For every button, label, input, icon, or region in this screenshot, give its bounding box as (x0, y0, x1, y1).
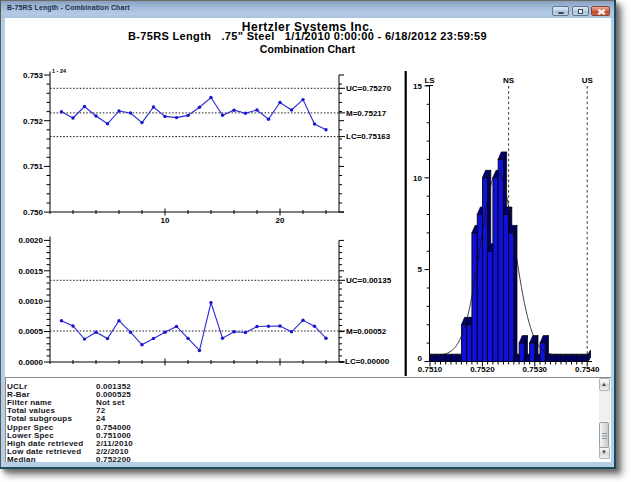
svg-text:M=0.75217: M=0.75217 (346, 109, 387, 118)
svg-text:5: 5 (418, 265, 423, 274)
svg-text:10: 10 (161, 216, 170, 225)
svg-text:0.7540: 0.7540 (575, 365, 600, 374)
svg-text:0.0010: 0.0010 (19, 297, 44, 306)
svg-text:UC=0.00135: UC=0.00135 (346, 276, 392, 285)
svg-text:0.0015: 0.0015 (19, 267, 44, 276)
svg-text:0: 0 (418, 354, 423, 363)
svg-text:0.7530: 0.7530 (523, 365, 548, 374)
svg-text:M=0.00052: M=0.00052 (346, 327, 387, 336)
svg-text:15: 15 (413, 82, 422, 91)
svg-text:0.752: 0.752 (23, 117, 44, 126)
svg-text:LS: LS (424, 76, 435, 85)
svg-text:0.7510: 0.7510 (418, 365, 443, 374)
svg-text:UC=0.75270: UC=0.75270 (346, 84, 392, 93)
svg-text:0.753: 0.753 (23, 71, 44, 80)
svg-text:LC=0.75163: LC=0.75163 (346, 132, 391, 141)
svg-text:1 - 24: 1 - 24 (52, 68, 67, 74)
svg-text:0.750: 0.750 (23, 208, 44, 217)
svg-text:0.0020: 0.0020 (19, 236, 44, 245)
svg-text:LC=0.00000: LC=0.00000 (345, 357, 390, 366)
svg-text:20: 20 (276, 216, 285, 225)
svg-text:10: 10 (413, 174, 422, 183)
svg-text:0.751: 0.751 (23, 162, 44, 171)
svg-text:0.0005: 0.0005 (19, 327, 44, 336)
svg-text:0.0000: 0.0000 (19, 358, 44, 367)
svg-text:0.7520: 0.7520 (470, 365, 495, 374)
svg-text:NS: NS (503, 76, 515, 85)
svg-text:US: US (582, 76, 594, 85)
